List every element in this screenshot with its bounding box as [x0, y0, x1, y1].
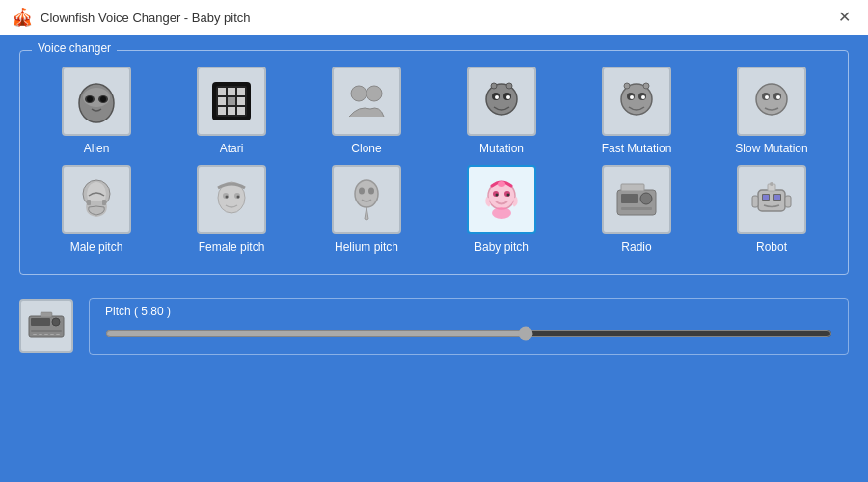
svg-rect-11: [218, 97, 226, 105]
svg-rect-10: [237, 88, 245, 95]
voice-changer-group: Voice changer AlienAtariCloneMutationFas…: [19, 50, 849, 275]
pitch-slider[interactable]: [105, 326, 832, 341]
svg-rect-77: [44, 334, 48, 335]
svg-rect-62: [758, 190, 785, 211]
pitch-section: Pitch ( 5.80 ): [19, 290, 849, 355]
icon-item-male-pitch[interactable]: Male pitch: [36, 165, 157, 254]
svg-point-5: [100, 96, 106, 102]
group-label: Voice changer: [32, 41, 117, 55]
icon-label-robot: Robot: [756, 240, 787, 254]
svg-rect-69: [752, 196, 758, 207]
svg-point-54: [507, 194, 510, 197]
svg-rect-72: [31, 318, 50, 326]
svg-point-17: [351, 86, 366, 101]
svg-rect-40: [87, 200, 91, 205]
svg-point-37: [776, 95, 780, 99]
icon-box-male-pitch: [62, 165, 131, 234]
svg-point-24: [491, 83, 497, 89]
svg-point-46: [237, 196, 240, 199]
icon-label-radio: Radio: [621, 240, 651, 254]
icon-box-female-pitch: [197, 165, 266, 234]
icon-item-female-pitch[interactable]: Female pitch: [171, 165, 292, 254]
title-bar-left: 🎪 Clownfish Voice Changer - Baby pitch: [12, 7, 251, 28]
icon-item-alien[interactable]: Alien: [36, 67, 157, 155]
icon-item-clone[interactable]: Clone: [306, 67, 427, 155]
icon-box-mutation: [467, 67, 536, 136]
icon-label-baby-pitch: Baby pitch: [475, 240, 529, 254]
icon-item-atari[interactable]: Atari: [171, 67, 292, 155]
icon-item-mutation[interactable]: Mutation: [441, 67, 562, 155]
svg-point-45: [226, 196, 229, 199]
icon-box-atari: [197, 67, 266, 136]
title-bar: 🎪 Clownfish Voice Changer - Baby pitch ✕: [0, 0, 868, 35]
icon-box-radio: [602, 165, 671, 234]
svg-rect-9: [228, 88, 235, 95]
svg-point-48: [359, 188, 365, 195]
svg-point-22: [495, 95, 499, 99]
main-content: Voice changer AlienAtariCloneMutationFas…: [0, 35, 868, 370]
icon-item-radio[interactable]: Radio: [576, 165, 697, 254]
svg-rect-58: [621, 194, 638, 203]
svg-point-36: [765, 95, 769, 99]
icon-label-alien: Alien: [84, 142, 110, 155]
svg-point-4: [87, 96, 93, 102]
svg-rect-75: [33, 334, 37, 335]
icon-box-clone: [332, 67, 401, 136]
svg-rect-76: [39, 334, 42, 335]
icon-item-slow-mutation[interactable]: Slow Mutation: [711, 67, 832, 155]
svg-rect-12: [228, 97, 235, 105]
icon-label-helium-pitch: Helium pitch: [335, 240, 398, 254]
svg-rect-41: [102, 200, 106, 205]
icon-label-male-pitch: Male pitch: [70, 240, 123, 254]
app-icon: 🎪: [12, 7, 33, 28]
svg-rect-14: [218, 107, 226, 115]
icon-item-baby-pitch[interactable]: Baby pitch: [441, 165, 562, 254]
svg-point-49: [368, 188, 374, 195]
icons-grid: AlienAtariCloneMutationFast MutationSlow…: [36, 67, 832, 254]
svg-point-32: [643, 83, 649, 89]
svg-point-73: [52, 318, 60, 326]
svg-rect-79: [56, 334, 60, 335]
svg-point-53: [496, 194, 499, 197]
svg-rect-80: [41, 312, 52, 317]
icon-item-helium-pitch[interactable]: Helium pitch: [306, 165, 427, 254]
close-button[interactable]: ✕: [832, 8, 856, 27]
svg-point-31: [624, 83, 630, 89]
icon-label-clone: Clone: [351, 142, 381, 155]
pitch-label: Pitch ( 5.80 ): [105, 305, 832, 318]
icon-box-slow-mutation: [737, 67, 806, 136]
icon-label-atari: Atari: [220, 142, 244, 155]
svg-rect-60: [621, 207, 652, 210]
svg-rect-15: [228, 107, 235, 115]
svg-rect-70: [785, 196, 791, 207]
icon-box-fast-mutation: [602, 67, 671, 136]
icon-item-robot[interactable]: Robot: [711, 165, 832, 254]
icon-box-robot: [737, 165, 806, 234]
pitch-icon-box: [19, 299, 73, 353]
svg-rect-78: [50, 334, 54, 335]
svg-point-29: [630, 95, 634, 99]
icon-box-baby-pitch: [467, 165, 536, 234]
svg-rect-65: [763, 195, 769, 200]
svg-point-56: [492, 207, 511, 219]
icon-box-alien: [62, 67, 131, 136]
icon-label-slow-mutation: Slow Mutation: [735, 142, 807, 155]
svg-point-18: [366, 86, 382, 101]
icon-label-mutation: Mutation: [479, 142, 524, 155]
svg-point-23: [506, 95, 510, 99]
pitch-device-icon: [27, 310, 66, 341]
icon-label-fast-mutation: Fast Mutation: [602, 142, 672, 155]
svg-point-47: [355, 180, 378, 207]
svg-rect-61: [621, 184, 644, 191]
svg-rect-74: [31, 330, 62, 332]
svg-point-68: [770, 182, 773, 186]
window-title: Clownfish Voice Changer - Baby pitch: [41, 11, 251, 25]
svg-point-55: [498, 181, 505, 187]
svg-rect-66: [774, 195, 780, 200]
svg-point-25: [506, 83, 512, 89]
icon-item-fast-mutation[interactable]: Fast Mutation: [576, 67, 697, 155]
svg-rect-13: [237, 97, 245, 105]
icon-label-female-pitch: Female pitch: [199, 240, 265, 254]
pitch-slider-container: Pitch ( 5.80 ): [89, 298, 849, 355]
svg-point-30: [641, 95, 645, 99]
